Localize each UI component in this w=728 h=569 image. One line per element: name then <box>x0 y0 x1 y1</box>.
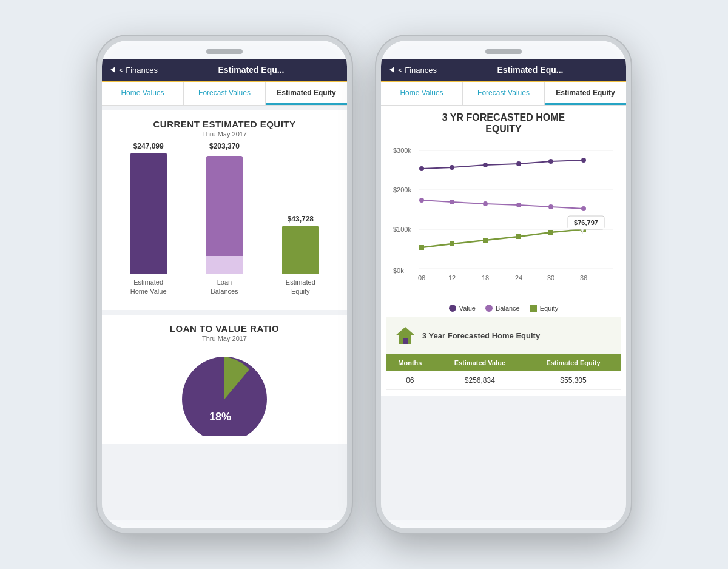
table-row: 06 $256,834 $55,305 <box>386 371 621 390</box>
forecast-table: Months Estimated Value Estimated Equity … <box>386 354 621 390</box>
svg-text:18: 18 <box>482 274 489 281</box>
bar-home-value-text: EstimatedHome Value <box>130 278 167 295</box>
phone-2-back-button[interactable]: < Finances <box>389 66 437 75</box>
balance-dot-5 <box>548 204 553 209</box>
svg-text:24: 24 <box>515 274 522 281</box>
loan-ratio-title: LOAN TO VALUE RATIO <box>110 323 339 334</box>
bar-home-value-label: $247,099 <box>133 142 164 150</box>
balance-dot-2 <box>450 200 454 204</box>
value-line <box>422 160 584 169</box>
tab-home-values[interactable]: Home Values <box>102 82 184 105</box>
value-dot-5 <box>548 159 553 164</box>
svg-text:36: 36 <box>580 274 587 281</box>
svg-rect-15 <box>403 338 408 344</box>
phone-1-nav-bar: < Finances Estimated Equ... <box>102 59 347 82</box>
equity-sq-1 <box>419 245 424 250</box>
phone-1-tab-bar: Home Values Forecast Values Estimated Eq… <box>102 82 347 106</box>
bar-chart-subtitle: Thru May 2017 <box>110 130 339 138</box>
bar-loan-balances: $203,370 LoanBalances <box>192 142 256 295</box>
back-label: < Finances <box>119 66 158 75</box>
back-label-2: < Finances <box>398 66 437 75</box>
legend-equity-label: Equity <box>540 305 559 312</box>
legend-equity-square <box>530 305 537 312</box>
table-cell-value: $256,834 <box>434 371 525 390</box>
bar-chart-section: CURRENT ESTIMATED EQUITY Thru May 2017 $… <box>102 110 347 310</box>
value-dot-1 <box>419 166 424 171</box>
bar-home-value-rect <box>130 153 167 274</box>
balance-dot-4 <box>516 203 521 207</box>
equity-sq-5 <box>548 230 553 235</box>
pie-percent-text: 18% <box>209 411 231 423</box>
legend-equity: Equity <box>530 305 559 312</box>
legend-value: Value <box>449 305 476 312</box>
equity-sq-2 <box>450 241 454 246</box>
balance-dot-1 <box>419 198 424 203</box>
value-dot-3 <box>483 163 488 167</box>
house-icon <box>394 325 416 346</box>
loan-ratio-subtitle: Thru May 2017 <box>110 335 339 342</box>
bar-equity-value-label: $43,728 <box>288 215 314 223</box>
phone-2-nav-bar: < Finances Estimated Equ... <box>381 59 626 82</box>
bar-loan-rect <box>206 156 243 256</box>
phone-2-speaker <box>485 49 522 54</box>
value-dot-2 <box>450 165 454 170</box>
bar-loan-text: LoanBalances <box>211 278 238 295</box>
value-dot-6 <box>581 158 586 163</box>
bar-chart-title: CURRENT ESTIMATED EQUITY <box>110 119 339 129</box>
svg-text:$100k: $100k <box>393 226 411 233</box>
phones-container: < Finances Estimated Equ... Home Values … <box>73 12 655 557</box>
balance-line <box>422 200 584 209</box>
bar-loan-value-label: $203,370 <box>209 142 240 150</box>
table-header-months: Months <box>386 354 434 371</box>
phone-2-nav-title: Estimated Equ... <box>443 65 618 75</box>
back-chevron-icon <box>110 67 115 73</box>
phone-2-content: < Finances Estimated Equ... Home Values … <box>381 59 626 520</box>
balance-dot-6 <box>581 206 586 211</box>
loan-value-section: LOAN TO VALUE RATIO Thru May 2017 18% <box>102 315 347 444</box>
balance-dot-3 <box>483 201 488 206</box>
table-cell-months: 06 <box>386 371 434 390</box>
bar-equity-text: EstimatedEquity <box>286 278 315 295</box>
phone-1-back-button[interactable]: < Finances <box>110 66 158 75</box>
line-chart-section: 3 YR FORECASTED HOMEEQUITY $300k $200k $… <box>381 106 626 396</box>
bar-chart: $247,099 EstimatedHome Value $203,370 Lo… <box>116 150 332 295</box>
equity-line <box>422 229 584 247</box>
phone-1: < Finances Estimated Equ... Home Values … <box>97 36 352 533</box>
svg-text:$200k: $200k <box>393 186 411 194</box>
tab-estimated-equity[interactable]: Estimated Equity <box>266 82 347 105</box>
svg-text:30: 30 <box>547 274 554 281</box>
bar-loan-stacked <box>206 153 243 274</box>
chart-legend: Value Balance Equity <box>386 305 621 312</box>
table-header-equity: Estimated Equity <box>525 354 621 371</box>
tab2-forecast-values[interactable]: Forecast Values <box>463 82 545 105</box>
bar-loan-small-rect <box>206 256 243 274</box>
svg-text:12: 12 <box>448 274 456 281</box>
bar-equity-rect <box>282 226 318 274</box>
legend-value-label: Value <box>459 305 476 312</box>
tab2-estimated-equity[interactable]: Estimated Equity <box>545 82 626 105</box>
svg-text:$300k: $300k <box>393 147 411 154</box>
legend-balance: Balance <box>485 305 520 312</box>
equity-sq-3 <box>483 238 488 243</box>
forecast-banner: 3 Year Forecasted Home Equity <box>386 317 621 354</box>
forecast-banner-label: 3 Year Forecasted Home Equity <box>422 331 540 340</box>
pie-container: 18% <box>110 351 339 436</box>
svg-text:06: 06 <box>418 274 425 281</box>
table-cell-equity: $55,305 <box>525 371 621 390</box>
phone-2: < Finances Estimated Equ... Home Values … <box>376 36 631 533</box>
svg-text:$0k: $0k <box>393 267 404 274</box>
phone-2-tab-bar: Home Values Forecast Values Estimated Eq… <box>381 82 626 106</box>
back-chevron-icon-2 <box>389 67 394 73</box>
bar-home-value: $247,099 EstimatedHome Value <box>116 142 180 295</box>
pie-chart-svg: 18% <box>164 351 285 436</box>
tab2-home-values[interactable]: Home Values <box>381 82 463 105</box>
phone-1-content: < Finances Estimated Equ... Home Values … <box>102 59 347 520</box>
legend-value-dot <box>449 305 456 312</box>
equity-sq-4 <box>516 234 521 239</box>
legend-balance-dot <box>485 305 493 312</box>
table-header-value: Estimated Value <box>434 354 525 371</box>
value-dot-4 <box>516 161 521 166</box>
legend-balance-label: Balance <box>496 305 520 312</box>
line-chart-svg: $300k $200k $100k $0k 06 12 18 24 30 36 <box>386 140 621 297</box>
tab-forecast-values[interactable]: Forecast Values <box>184 82 266 105</box>
